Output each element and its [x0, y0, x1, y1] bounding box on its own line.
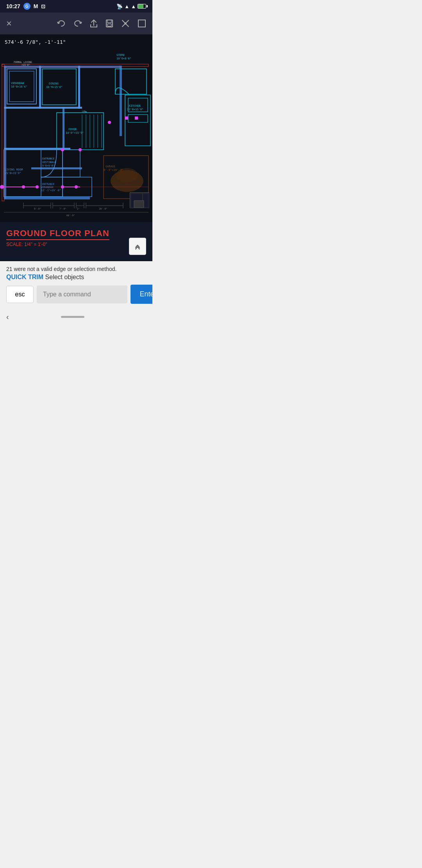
wifi-icon: ▲ [124, 4, 129, 9]
coordinates-display: 574'-6 7/8", -1'-11" [5, 39, 66, 45]
signal-icon: ▲ [131, 4, 136, 9]
svg-text:ENTRANCE: ENTRANCE [42, 183, 54, 186]
svg-point-41 [61, 148, 64, 151]
floor-plan-scale: SCALE: 1/4" = 1'-0" [6, 242, 146, 247]
svg-text:UP▶: UP▶ [82, 110, 87, 113]
svg-text:KITCHEN: KITCHEN [129, 104, 141, 108]
share-button[interactable] [90, 19, 98, 28]
enter-button[interactable]: Enter [131, 285, 152, 304]
svg-rect-16 [78, 66, 80, 109]
command-area: 21 were not a valid edge or selection me… [0, 261, 152, 307]
svg-text:GARAGE: GARAGE [106, 165, 115, 168]
svg-point-42 [108, 121, 111, 124]
back-button[interactable]: ‹ [6, 312, 9, 321]
svg-text:22'0×15'0": 22'0×15'0" [127, 108, 143, 111]
bottom-nav: ‹ [0, 307, 152, 329]
svg-text:ENTRANCE: ENTRANCE [42, 157, 54, 160]
cast-icon: 📡 [116, 4, 123, 9]
toolbar-actions [57, 19, 146, 28]
time-display: 10:27 [6, 3, 20, 9]
svg-rect-98 [134, 201, 144, 208]
gmail-icon: M [34, 3, 38, 9]
close-button[interactable]: × [6, 18, 12, 29]
floor-plan-section: GROUND FLOOR PLAN SCALE: 1/4" = 1'-0" [0, 222, 152, 261]
svg-text:7'-9": 7'-9" [59, 207, 66, 210]
command-select-text: Select objects [45, 274, 84, 280]
status-right: 📡 ▲ ▲ [116, 4, 146, 9]
svg-point-40 [79, 148, 82, 151]
command-status: 21 were not a valid edge or selection me… [6, 266, 146, 272]
undo-button[interactable] [57, 20, 66, 27]
svg-text:LIVING ROOM: LIVING ROOM [5, 168, 23, 171]
svg-text:9'0×9'0": 9'0×9'0" [42, 164, 54, 167]
svg-rect-43 [125, 117, 128, 120]
svg-text:×15'0": ×15'0" [21, 63, 30, 66]
command-input[interactable] [37, 285, 127, 303]
svg-rect-14 [31, 167, 82, 169]
svg-text:FORMAL LIVING: FORMAL LIVING [14, 61, 32, 63]
redo-button[interactable] [73, 20, 82, 27]
svg-text:STORE: STORE [116, 54, 125, 57]
scroll-up-button[interactable] [129, 238, 146, 255]
floor-plan-title: GROUND FLOOR PLAN [6, 228, 109, 240]
command-input-row: esc Enter [6, 285, 146, 304]
svg-text:10'0×8'0": 10'0×8'0" [116, 57, 131, 60]
fullscreen-button[interactable] [138, 19, 146, 28]
svg-text:16'9×15'0": 16'9×15'0" [46, 86, 63, 89]
battery-icon [138, 4, 146, 9]
svg-text:20'-9": 20'-9" [99, 207, 107, 210]
svg-text:2': 2' [77, 207, 80, 210]
svg-text:VERANDAH: VERANDAH [41, 186, 53, 189]
home-indicator[interactable] [61, 316, 84, 318]
svg-text:VERANDAH: VERANDAH [11, 82, 24, 85]
app-icon: ⊡ [41, 4, 45, 9]
svg-text:9'-9"×19'-3": 9'-9"×19'-3" [104, 169, 123, 172]
esc-button[interactable]: esc [6, 286, 34, 303]
mini-map [130, 192, 149, 208]
svg-rect-44 [135, 117, 138, 120]
svg-rect-15 [39, 66, 41, 109]
trim-button[interactable] [121, 19, 130, 28]
svg-text:10'0×16'6": 10'0×16'6" [11, 85, 27, 88]
svg-rect-1 [107, 20, 111, 23]
command-name: QUICK TRIM [6, 274, 43, 280]
save-button[interactable] [106, 19, 113, 28]
toolbar: × [0, 13, 152, 34]
google-icon: G [23, 3, 30, 10]
svg-rect-6 [138, 20, 145, 27]
svg-text:VESTIBULE: VESTIBULE [42, 161, 56, 164]
command-action: QUICK TRIM Select objects [6, 274, 146, 281]
svg-text:9'-9": 9'-9" [34, 207, 41, 210]
svg-rect-12 [4, 107, 82, 109]
svg-text:FOYER: FOYER [68, 128, 77, 131]
svg-text:14'0"×15'9": 14'0"×15'9" [66, 131, 84, 135]
status-left: 10:27 G M ⊡ [6, 3, 45, 10]
svg-rect-11 [120, 66, 122, 136]
svg-rect-2 [107, 24, 111, 26]
svg-rect-10 [4, 197, 90, 199]
status-bar: 10:27 G M ⊡ 📡 ▲ ▲ [0, 0, 152, 13]
svg-text:66'-9": 66'-9" [66, 214, 75, 217]
cad-canvas[interactable]: VERANDAH 10'0×16'6" DINING 16'9×15'0" ST… [0, 34, 152, 222]
svg-text:25'0×15'0": 25'0×15'0" [5, 172, 21, 175]
svg-text:DINING: DINING [49, 82, 59, 85]
svg-text:12'-1"×19'-6": 12'-1"×19'-6" [41, 189, 61, 192]
